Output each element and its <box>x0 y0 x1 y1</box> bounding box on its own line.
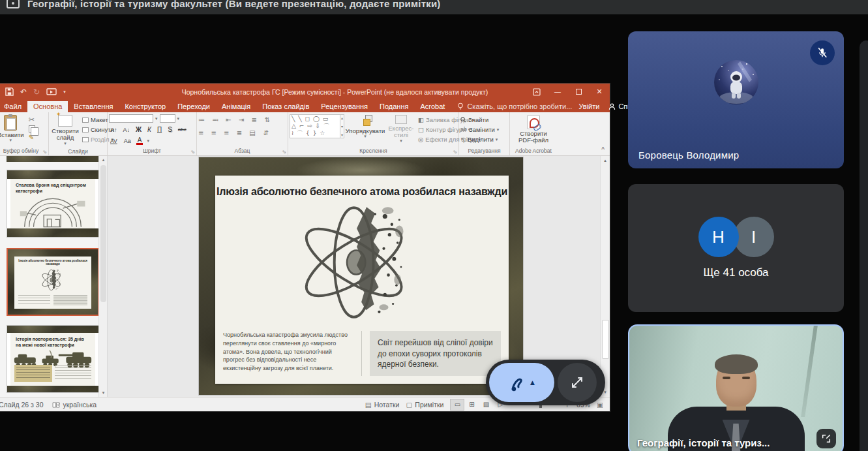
slides-group-label: Слайди <box>50 148 106 156</box>
new-slide-icon <box>58 115 72 127</box>
canvas-scrollbar[interactable]: ▴ ▾ <box>600 156 610 397</box>
editing-group: Знайти abЗамінити▾ ↖Виділити▾ Редагуванн… <box>459 112 510 155</box>
annotation-menu-icon[interactable]: ▲ <box>530 379 535 386</box>
window-title: Чорнобильська катастрофа ГС [Режим суміс… <box>143 88 526 96</box>
font-dialog-launcher[interactable]: ⇘ <box>190 149 195 155</box>
paste-button[interactable]: Вставити▾ <box>0 114 27 144</box>
acrobat-group: Створити PDF-файл Adobe Acrobat <box>510 112 557 155</box>
quick-styles-button[interactable]: Експрес-стилі▾ <box>386 114 416 145</box>
arrange-button[interactable]: Упорядкувати▾ <box>346 114 384 140</box>
grow-font-icon[interactable]: А↑ <box>109 127 119 133</box>
view-sorter-button[interactable]: ⊞ <box>464 399 479 411</box>
lists-indent-icons[interactable]: ≔ ≕ ⇤ ⇥ ≣ <box>198 116 260 123</box>
sign-in-link[interactable]: Увійти <box>578 102 599 110</box>
undo-icon[interactable]: ↶ <box>20 87 27 97</box>
presenter-video-tile[interactable]: Географії, історії та туриз... <box>628 324 844 451</box>
participant-name: Боровець Володимир <box>638 149 739 161</box>
tab-insert[interactable]: Вставлення <box>68 101 119 112</box>
scroll-up-icon[interactable]: ▴ <box>601 156 610 165</box>
thumbnail-slide4-partial[interactable] <box>7 156 99 162</box>
cut-icon[interactable]: ✂ <box>29 116 35 124</box>
align-icons[interactable]: ≡ ≡ ≡ ≣ ▤ <box>198 129 258 136</box>
minimize-button[interactable]: — <box>547 84 568 100</box>
thumbnail-slide-5[interactable]: Сталева броня над епіцентром катастрофи <box>7 170 99 238</box>
text-direction-icon[interactable]: ⇵ <box>263 129 269 136</box>
tab-view[interactable]: Подання <box>374 101 414 112</box>
fit-to-window-icon[interactable]: ▣ <box>597 401 603 409</box>
restore-button[interactable] <box>568 84 589 100</box>
font-group: ▾ ▾ А↑ А↓ Ж К П S abc AV Aa <box>108 112 197 155</box>
paragraph-group: ≔ ≕ ⇤ ⇥ ≣ ⇅ ≡ ≡ ≡ ≣ ▤ ⇵ Абзац ⇘ <box>197 112 288 155</box>
fullscreen-tile-icon <box>821 433 831 444</box>
strikethrough-button[interactable]: abc <box>177 127 188 132</box>
notes-button[interactable]: ▤Нотатки <box>365 401 400 409</box>
redo-icon[interactable]: ↻ <box>33 87 40 97</box>
save-icon[interactable] <box>5 87 14 96</box>
astronaut-avatar-image <box>714 60 758 104</box>
text-shadow-button[interactable]: S <box>166 126 173 133</box>
drawing-dialog-launcher[interactable]: ⇘ <box>453 149 457 155</box>
bold-button[interactable]: Ж <box>134 126 143 133</box>
scrollbar-thumb[interactable] <box>602 320 609 359</box>
ppt-titlebar[interactable]: ↶ ↻ ▾ Чорнобильська катастрофа ГС [Режим… <box>0 84 610 100</box>
font-size-box[interactable] <box>160 114 175 123</box>
drawing-group: ╲ ╲ ◻ ◯ ▭ △ ⌐ ⇨ ⇩ ⌒ ≀ ⌒ { } ☆ ▴▾▾ Упоряд… <box>288 112 459 155</box>
paragraph-dialog-launcher[interactable]: ⇘ <box>282 149 286 155</box>
qat-customize-icon[interactable]: ▾ <box>63 89 66 95</box>
tab-acrobat[interactable]: Acrobat <box>414 101 451 112</box>
tile-expand-button[interactable] <box>816 429 836 448</box>
tell-me-box[interactable]: Скажіть, що потрібно зробити... <box>451 101 578 112</box>
italic-button[interactable]: К <box>146 126 153 133</box>
font-name-box[interactable] <box>109 114 153 123</box>
tab-animations[interactable]: Анімація <box>216 101 256 112</box>
close-button[interactable]: ✕ <box>589 84 610 100</box>
start-slideshow-icon[interactable] <box>46 88 57 96</box>
thumbnail-slide-6-selected[interactable]: Ілюзія абсолютно безпечного атома розбил… <box>7 248 99 316</box>
thumb-scroll-up-icon[interactable]: ▴ <box>99 156 108 164</box>
find-button[interactable]: Знайти <box>460 116 508 124</box>
font-group-label: Шрифт <box>109 147 195 155</box>
tab-file[interactable]: Файл <box>0 101 27 112</box>
comments-button[interactable]: ▢Примітки <box>406 401 443 409</box>
tab-review[interactable]: Рецензування <box>315 101 374 112</box>
create-pdf-button[interactable]: Створити PDF-файл <box>511 114 556 145</box>
replace-button[interactable]: abЗамінити▾ <box>460 125 508 134</box>
thumb-scroll-down-icon[interactable]: ▾ <box>99 389 108 397</box>
ribbon-display-options-icon[interactable] <box>526 84 547 100</box>
current-slide[interactable]: Ілюзія абсолютно безпечного атома розбил… <box>199 157 523 395</box>
clipboard-dialog-launcher[interactable]: ⇘ <box>42 149 47 155</box>
shapes-gallery-scroll[interactable]: ▴▾▾ <box>340 114 344 138</box>
presenting-banner: Географії, історії та туризму факультет … <box>0 0 868 14</box>
slide-right-text: Світ перейшов від сліпої довіри до епохи… <box>370 331 501 376</box>
underline-button[interactable]: П <box>156 126 163 133</box>
view-normal-button[interactable]: ▭ <box>450 399 464 411</box>
shapes-gallery[interactable]: ╲ ╲ ◻ ◯ ▭ △ ⌐ ⇨ ⇩ ⌒ ≀ ⌒ { } ☆ <box>290 114 340 138</box>
collapse-ribbon-icon[interactable]: ^ <box>601 146 605 153</box>
participant-tile-borovets[interactable]: Боровець Володимир <box>628 31 844 168</box>
char-spacing-button[interactable]: AV <box>109 138 119 144</box>
tab-design[interactable]: Конструктор <box>119 101 172 112</box>
line-spacing-icon[interactable]: ⇅ <box>265 116 270 123</box>
select-button[interactable]: ↖Виділити▾ <box>460 135 508 144</box>
tab-transitions[interactable]: Переходи <box>172 101 216 112</box>
font-color-button[interactable]: А <box>136 137 143 145</box>
more-participants-tile[interactable]: H I Ще 41 особа <box>628 184 844 312</box>
meet-floating-controls: ▲ <box>486 360 605 405</box>
view-reading-button[interactable]: ▤ <box>479 399 493 411</box>
paragraph-group-label: Абзац <box>198 147 286 155</box>
annotation-button[interactable]: ▲ <box>489 363 554 402</box>
new-slide-button[interactable]: Створити слайд▾ <box>50 114 80 148</box>
screen: Географії, історії та туризму факультет … <box>0 0 868 451</box>
language-indicator[interactable]: українська <box>52 401 97 409</box>
tab-home[interactable]: Основна <box>27 101 68 112</box>
thumbnail-slide-7[interactable]: Історія повторюється: 35 днів на межі но… <box>7 325 99 393</box>
shrink-font-icon[interactable]: А↓ <box>122 127 132 133</box>
copy-icon[interactable] <box>29 125 35 132</box>
tab-slideshow[interactable]: Показ слайдів <box>256 101 315 112</box>
arrange-icon <box>359 115 372 127</box>
expand-presentation-button[interactable] <box>558 363 597 402</box>
thumbnail-scrollbar[interactable]: ▴ ▾ <box>98 156 107 397</box>
change-case-button[interactable]: Aa <box>123 138 132 144</box>
next-tiles-edge[interactable] <box>860 40 868 451</box>
quick-access-toolbar: ↶ ↻ ▾ <box>0 87 143 97</box>
